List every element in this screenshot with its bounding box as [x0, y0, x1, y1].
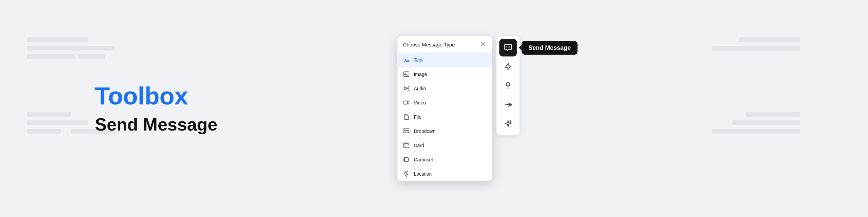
dropdown-item-image-label: Image — [414, 72, 427, 77]
card-icon — [403, 142, 410, 149]
sidebar-pin-button[interactable] — [499, 77, 517, 95]
sidebar-message-button[interactable] — [499, 39, 517, 57]
dropdown-item-file-label: File — [414, 114, 421, 120]
dropdown-item-image[interactable]: Image — [397, 67, 492, 81]
close-button[interactable] — [479, 41, 486, 48]
bg-dec-1 — [27, 37, 88, 42]
center-area: Choose Message Type Aa Text — [397, 36, 520, 181]
svg-marker-3 — [404, 87, 407, 90]
carousel-icon — [403, 156, 410, 163]
sidebar-panel: Send Message — [496, 36, 520, 136]
dropdown-item-text[interactable]: Aa Text — [397, 53, 492, 67]
svg-point-17 — [506, 46, 507, 47]
dropdown-item-text-label: Text — [414, 57, 422, 63]
dropdown-item-video-label: Video — [414, 100, 426, 105]
bg-dec-2 — [27, 46, 115, 51]
dropdown-item-dropdown-label: Dropdown — [414, 129, 435, 134]
sidebar-lightning-button[interactable] — [499, 58, 517, 76]
svg-point-16 — [406, 172, 407, 174]
bg-dec-13 — [712, 129, 800, 134]
dropdown-item-video[interactable]: Video — [397, 96, 492, 110]
dropdown-item-dropdown[interactable]: Dropdown — [397, 124, 492, 138]
bg-dec-7 — [27, 129, 61, 134]
bg-dec-12 — [732, 120, 800, 125]
bg-dec-11 — [746, 112, 800, 117]
sidebar-goto-button[interactable] — [499, 96, 517, 114]
svg-point-19 — [509, 46, 510, 47]
video-icon — [403, 99, 410, 106]
text-icon: Aa — [403, 57, 410, 63]
dropdown-icon — [403, 128, 410, 135]
bg-dec-3 — [27, 54, 75, 59]
dropdown-item-carousel[interactable]: Carousel — [397, 153, 492, 167]
svg-point-18 — [508, 46, 509, 47]
svg-point-4 — [407, 88, 409, 89]
tooltip-container: Send Message — [499, 39, 517, 57]
dropdown-item-file[interactable]: File — [397, 110, 492, 124]
dropdown-item-location[interactable]: Location — [397, 167, 492, 181]
bg-dec-9 — [739, 37, 800, 42]
bg-dec-5 — [27, 112, 71, 117]
dropdown-item-card-label: Card — [414, 143, 424, 148]
send-message-title: Send Message — [95, 115, 217, 134]
dropdown-item-audio[interactable]: Audio — [397, 81, 492, 96]
image-icon — [403, 71, 410, 78]
bg-dec-10 — [712, 46, 800, 51]
svg-point-2 — [405, 73, 406, 74]
svg-text:Aa: Aa — [404, 58, 409, 63]
dropdown-header: Choose Message Type — [397, 36, 492, 53]
bg-dec-6 — [27, 120, 88, 125]
sidebar-sparkle-button[interactable] — [499, 115, 517, 133]
audio-icon — [403, 85, 410, 92]
left-section: Toolbox Send Message — [95, 83, 217, 134]
dropdown-item-audio-label: Audio — [414, 86, 426, 91]
svg-rect-5 — [403, 101, 407, 104]
dropdown-item-location-label: Location — [414, 171, 432, 177]
send-message-tooltip: Send Message — [521, 41, 577, 55]
toolbox-title: Toolbox — [95, 83, 217, 110]
bg-dec-4 — [78, 54, 105, 59]
dropdown-item-carousel-label: Carousel — [414, 157, 433, 162]
svg-rect-12 — [404, 158, 408, 162]
file-icon — [403, 114, 410, 120]
svg-rect-9 — [404, 144, 408, 145]
dropdown-header-title: Choose Message Type — [403, 41, 455, 47]
svg-rect-6 — [403, 129, 409, 131]
dropdown-menu: Choose Message Type Aa Text — [397, 36, 492, 181]
dropdown-item-card[interactable]: Card — [397, 138, 492, 153]
svg-point-20 — [506, 83, 510, 86]
location-icon — [403, 171, 410, 177]
